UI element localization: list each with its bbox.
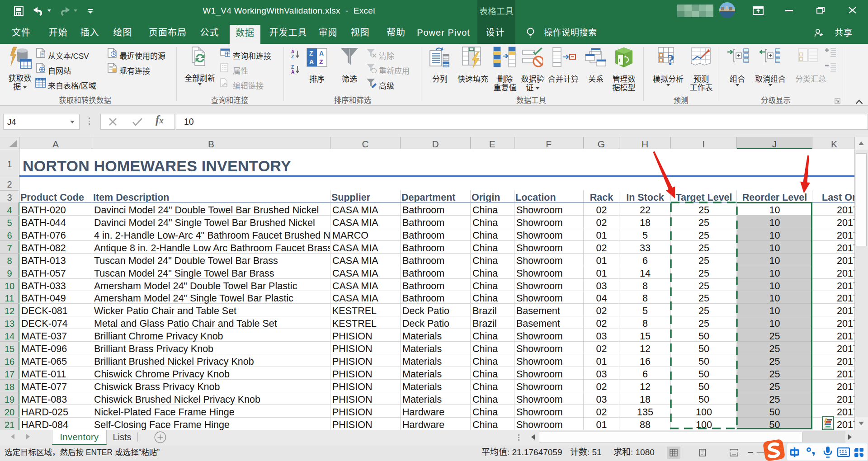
svg-text:A: A: [309, 58, 314, 66]
svg-text:A: A: [319, 50, 324, 57]
svg-text:Z: Z: [319, 58, 323, 66]
svg-text:A: A: [291, 49, 294, 54]
svg-text:Z: Z: [291, 54, 294, 59]
svg-text:Z: Z: [309, 50, 313, 57]
svg-text:A: A: [291, 70, 294, 75]
svg-text:i: i: [619, 56, 620, 63]
svg-text:Z: Z: [291, 65, 294, 70]
svg-text:?: ?: [667, 52, 675, 68]
